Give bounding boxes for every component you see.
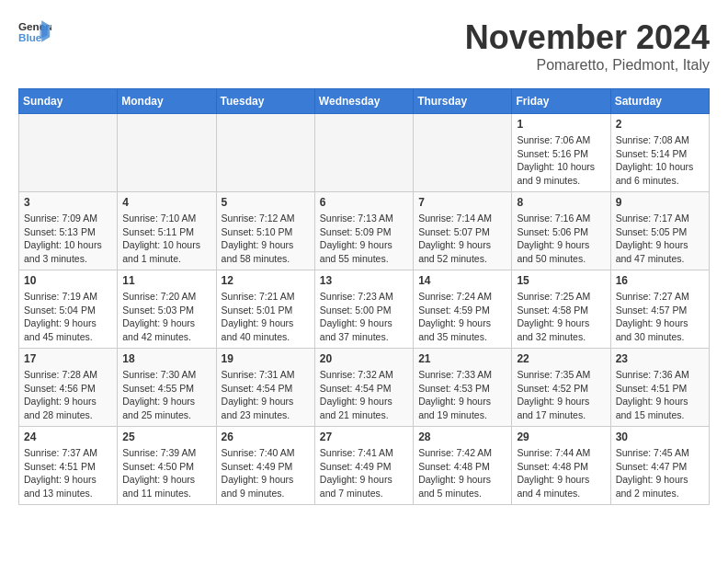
day-info: Sunrise: 7:27 AM Sunset: 4:57 PM Dayligh… — [616, 290, 704, 344]
day-info: Sunrise: 7:19 AM Sunset: 5:04 PM Dayligh… — [24, 290, 112, 344]
day-number: 3 — [24, 196, 112, 209]
day-number: 25 — [122, 431, 210, 443]
calendar-cell: 8Sunrise: 7:16 AM Sunset: 5:06 PM Daylig… — [512, 192, 610, 270]
calendar-cell: 7Sunrise: 7:14 AM Sunset: 5:07 PM Daylig… — [414, 192, 512, 270]
day-number: 20 — [320, 352, 408, 365]
day-info: Sunrise: 7:32 AM Sunset: 4:54 PM Dayligh… — [320, 368, 408, 422]
calendar-cell — [118, 114, 216, 192]
calendar-cell: 13Sunrise: 7:23 AM Sunset: 5:00 PM Dayli… — [314, 270, 413, 349]
day-number: 24 — [24, 431, 112, 443]
day-info: Sunrise: 7:24 AM Sunset: 4:59 PM Dayligh… — [418, 290, 506, 344]
day-info: Sunrise: 7:16 AM Sunset: 5:06 PM Dayligh… — [517, 212, 605, 266]
calendar-cell: 23Sunrise: 7:36 AM Sunset: 4:51 PM Dayli… — [610, 349, 709, 427]
day-number: 30 — [616, 431, 704, 443]
weekday-header-wednesday: Wednesday — [314, 89, 413, 114]
calendar-cell: 29Sunrise: 7:44 AM Sunset: 4:48 PM Dayli… — [512, 427, 610, 505]
day-info: Sunrise: 7:35 AM Sunset: 4:52 PM Dayligh… — [517, 368, 605, 422]
day-info: Sunrise: 7:41 AM Sunset: 4:49 PM Dayligh… — [320, 446, 408, 500]
calendar-table: SundayMondayTuesdayWednesdayThursdayFrid… — [18, 88, 710, 505]
day-number: 5 — [222, 196, 310, 209]
day-info: Sunrise: 7:36 AM Sunset: 4:51 PM Dayligh… — [616, 368, 704, 422]
day-number: 15 — [517, 274, 605, 287]
day-info: Sunrise: 7:40 AM Sunset: 4:49 PM Dayligh… — [222, 446, 310, 500]
day-info: Sunrise: 7:20 AM Sunset: 5:03 PM Dayligh… — [122, 290, 210, 344]
calendar-cell: 15Sunrise: 7:25 AM Sunset: 4:58 PM Dayli… — [512, 270, 610, 349]
logo: General Blue — [18, 18, 51, 44]
calendar-cell: 22Sunrise: 7:35 AM Sunset: 4:52 PM Dayli… — [512, 349, 610, 427]
calendar-cell: 14Sunrise: 7:24 AM Sunset: 4:59 PM Dayli… — [414, 270, 512, 349]
calendar-cell: 26Sunrise: 7:40 AM Sunset: 4:49 PM Dayli… — [216, 427, 314, 505]
day-number: 7 — [418, 196, 506, 209]
calendar-cell: 18Sunrise: 7:30 AM Sunset: 4:55 PM Dayli… — [118, 349, 216, 427]
month-title: November 2024 — [465, 18, 710, 57]
day-info: Sunrise: 7:42 AM Sunset: 4:48 PM Dayligh… — [418, 446, 506, 500]
day-info: Sunrise: 7:12 AM Sunset: 5:10 PM Dayligh… — [222, 212, 310, 266]
calendar-cell: 30Sunrise: 7:45 AM Sunset: 4:47 PM Dayli… — [610, 427, 709, 505]
location: Pomaretto, Piedmont, Italy — [465, 57, 710, 74]
calendar-cell: 17Sunrise: 7:28 AM Sunset: 4:56 PM Dayli… — [19, 349, 118, 427]
day-info: Sunrise: 7:28 AM Sunset: 4:56 PM Dayligh… — [24, 368, 112, 422]
calendar-cell: 5Sunrise: 7:12 AM Sunset: 5:10 PM Daylig… — [216, 192, 314, 270]
calendar-cell: 10Sunrise: 7:19 AM Sunset: 5:04 PM Dayli… — [19, 270, 118, 349]
day-info: Sunrise: 7:39 AM Sunset: 4:50 PM Dayligh… — [122, 446, 210, 500]
day-number: 19 — [222, 352, 310, 365]
day-number: 8 — [517, 196, 605, 209]
day-number: 6 — [320, 196, 408, 209]
day-number: 4 — [122, 196, 210, 209]
day-number: 21 — [418, 352, 506, 365]
calendar-cell: 19Sunrise: 7:31 AM Sunset: 4:54 PM Dayli… — [216, 349, 314, 427]
calendar-cell: 4Sunrise: 7:10 AM Sunset: 5:11 PM Daylig… — [118, 192, 216, 270]
day-info: Sunrise: 7:14 AM Sunset: 5:07 PM Dayligh… — [418, 212, 506, 266]
title-block: November 2024 Pomaretto, Piedmont, Italy — [465, 18, 710, 74]
day-number: 17 — [24, 352, 112, 365]
day-number: 16 — [616, 274, 704, 287]
calendar-cell: 11Sunrise: 7:20 AM Sunset: 5:03 PM Dayli… — [118, 270, 216, 349]
day-number: 18 — [122, 352, 210, 365]
weekday-header-thursday: Thursday — [414, 89, 512, 114]
calendar-cell — [314, 114, 413, 192]
day-number: 22 — [517, 352, 605, 365]
day-number: 13 — [320, 274, 408, 287]
day-info: Sunrise: 7:21 AM Sunset: 5:01 PM Dayligh… — [222, 290, 310, 344]
calendar-cell: 27Sunrise: 7:41 AM Sunset: 4:49 PM Dayli… — [314, 427, 413, 505]
day-info: Sunrise: 7:09 AM Sunset: 5:13 PM Dayligh… — [24, 212, 112, 266]
calendar-cell: 2Sunrise: 7:08 AM Sunset: 5:14 PM Daylig… — [610, 114, 709, 192]
calendar-cell: 24Sunrise: 7:37 AM Sunset: 4:51 PM Dayli… — [19, 427, 118, 505]
day-number: 10 — [24, 274, 112, 287]
day-number: 2 — [616, 118, 704, 131]
weekday-header-friday: Friday — [512, 89, 610, 114]
calendar-cell: 3Sunrise: 7:09 AM Sunset: 5:13 PM Daylig… — [19, 192, 118, 270]
calendar-cell: 20Sunrise: 7:32 AM Sunset: 4:54 PM Dayli… — [314, 349, 413, 427]
day-number: 27 — [320, 431, 408, 443]
calendar-cell — [414, 114, 512, 192]
weekday-header-saturday: Saturday — [610, 89, 709, 114]
page-header: General Blue November 2024 Pomaretto, Pi… — [18, 18, 710, 74]
day-info: Sunrise: 7:17 AM Sunset: 5:05 PM Dayligh… — [616, 212, 704, 266]
calendar-cell — [216, 114, 314, 192]
day-info: Sunrise: 7:25 AM Sunset: 4:58 PM Dayligh… — [517, 290, 605, 344]
calendar-cell: 16Sunrise: 7:27 AM Sunset: 4:57 PM Dayli… — [610, 270, 709, 349]
day-number: 1 — [517, 118, 605, 131]
day-info: Sunrise: 7:45 AM Sunset: 4:47 PM Dayligh… — [616, 446, 704, 500]
day-info: Sunrise: 7:06 AM Sunset: 5:16 PM Dayligh… — [517, 133, 605, 188]
day-info: Sunrise: 7:10 AM Sunset: 5:11 PM Dayligh… — [122, 212, 210, 266]
day-info: Sunrise: 7:30 AM Sunset: 4:55 PM Dayligh… — [122, 368, 210, 422]
day-info: Sunrise: 7:44 AM Sunset: 4:48 PM Dayligh… — [517, 446, 605, 500]
day-info: Sunrise: 7:37 AM Sunset: 4:51 PM Dayligh… — [24, 446, 112, 500]
weekday-header-tuesday: Tuesday — [216, 89, 314, 114]
day-info: Sunrise: 7:31 AM Sunset: 4:54 PM Dayligh… — [222, 368, 310, 422]
calendar-cell: 21Sunrise: 7:33 AM Sunset: 4:53 PM Dayli… — [414, 349, 512, 427]
calendar-cell: 25Sunrise: 7:39 AM Sunset: 4:50 PM Dayli… — [118, 427, 216, 505]
day-info: Sunrise: 7:23 AM Sunset: 5:00 PM Dayligh… — [320, 290, 408, 344]
weekday-header-monday: Monday — [118, 89, 216, 114]
calendar-cell: 6Sunrise: 7:13 AM Sunset: 5:09 PM Daylig… — [314, 192, 413, 270]
day-number: 26 — [222, 431, 310, 443]
day-info: Sunrise: 7:13 AM Sunset: 5:09 PM Dayligh… — [320, 212, 408, 266]
calendar-cell: 28Sunrise: 7:42 AM Sunset: 4:48 PM Dayli… — [414, 427, 512, 505]
svg-text:Blue: Blue — [18, 31, 42, 43]
day-number: 28 — [418, 431, 506, 443]
day-number: 29 — [517, 431, 605, 443]
calendar-cell: 1Sunrise: 7:06 AM Sunset: 5:16 PM Daylig… — [512, 114, 610, 192]
calendar-cell: 9Sunrise: 7:17 AM Sunset: 5:05 PM Daylig… — [610, 192, 709, 270]
day-number: 11 — [122, 274, 210, 287]
